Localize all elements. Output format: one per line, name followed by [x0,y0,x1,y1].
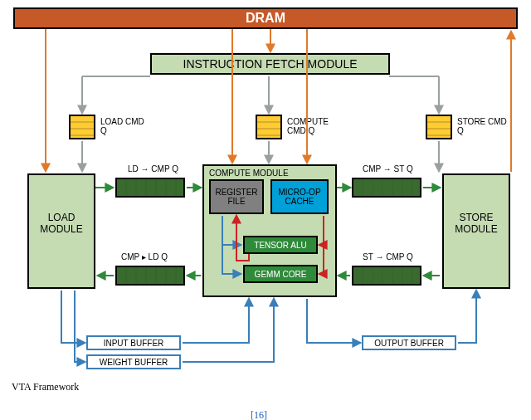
instruction-fetch-module: INSTRUCTION FETCH MODULE [150,53,390,75]
gemm-core: GEMM CORE [243,265,318,283]
output-buffer: OUTPUT BUFFER [362,335,456,350]
register-file-label: REGISTER FILE [211,188,262,206]
tensor-alu: TENSOR ALU [243,236,318,254]
weight-buffer: WEIGHT BUFFER [86,354,181,369]
output-buffer-label: OUTPUT BUFFER [374,339,444,348]
micro-op-cache: MICRO-OP CACHE [270,179,329,214]
store-module-label: STORE MODULE [444,212,509,235]
ifm-label: INSTRUCTION FETCH MODULE [183,57,358,71]
cmp-ld-queue [115,266,185,286]
ld-cmp-queue [115,178,185,198]
gemm-core-label: GEMM CORE [255,270,307,279]
register-file: REGISTER FILE [209,179,264,214]
load-cmd-queue [69,115,95,139]
st-cmp-queue [352,266,421,286]
dram-block: DRAM [13,7,518,29]
cmp-st-queue [352,178,421,198]
store-module: STORE MODULE [442,173,510,289]
weight-buffer-label: WEIGHT BUFFER [100,358,168,367]
ld-cmpq-label: LD → CMP Q [128,164,178,173]
load-module: LOAD MODULE [27,173,95,289]
compute-cmd-queue [256,115,282,139]
input-buffer: INPUT BUFFER [86,335,181,350]
store-cmd-queue [426,115,452,139]
dram-label: DRAM [246,11,285,26]
load-module-label: LOAD MODULE [29,212,94,235]
compute-cmdq-label: COMPUTE CMD Q [287,117,337,135]
micro-op-cache-label: MICRO-OP CACHE [272,188,327,206]
caption: VTA Framework [12,381,79,393]
cmp-ldq-label: CMP ▸ LD Q [121,252,168,261]
cmp-stq-label: CMP → ST Q [363,164,413,173]
compute-module-label: COMPUTE MODULE [209,168,289,178]
tensor-alu-label: TENSOR ALU [254,241,306,250]
store-cmdq-label: STORE CMD Q [457,117,507,135]
st-cmpq-label: ST → CMP Q [363,252,413,261]
citation: [16] [251,409,267,420]
load-cmdq-label: LOAD CMD Q [100,117,150,135]
input-buffer-label: INPUT BUFFER [104,339,164,348]
